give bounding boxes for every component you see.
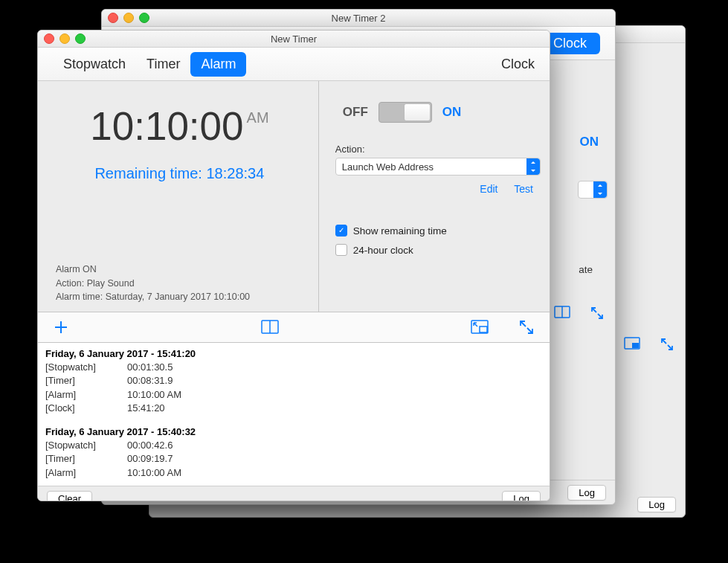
alarm-status-block: Alarm ON Action: Play Sound Alarm time: … <box>56 263 303 304</box>
alarm-toggle[interactable] <box>379 102 432 123</box>
log-tag: [Alarm] <box>45 388 127 402</box>
text-fragment: ate <box>579 264 593 275</box>
zoom-icon[interactable] <box>139 13 149 23</box>
toggle-on-label: ON <box>580 135 599 149</box>
log-value: 00:08:31.9 <box>127 374 173 387</box>
picture-in-picture-icon[interactable] <box>471 320 489 335</box>
log-tag: [Timer] <box>45 374 127 387</box>
status-on: Alarm ON <box>56 263 303 277</box>
log-row: [Timer]00:09:19.7 <box>45 452 542 466</box>
log-tag: [Stopwatch] <box>45 361 127 374</box>
chevron-updown-icon <box>593 181 607 198</box>
checkbox-show-remaining[interactable] <box>335 225 347 237</box>
action-select-value: Launch Web Address <box>342 161 434 173</box>
alarm-toggle-row: OFF ON <box>343 102 533 123</box>
svg-rect-1 <box>632 343 639 348</box>
remaining-time: Remaining time: 18:28:34 <box>56 165 303 182</box>
log-row: [Stopwatch]00:01:30.5 <box>45 361 542 374</box>
chevron-updown-icon <box>526 158 540 175</box>
add-icon[interactable] <box>53 319 69 335</box>
expand-icon[interactable] <box>660 337 674 352</box>
toggle-on-label: ON <box>442 105 462 120</box>
expand-icon[interactable] <box>590 306 605 321</box>
log-tag: [Stopwatch] <box>45 439 127 452</box>
icon-toolbar <box>38 312 550 343</box>
edit-link[interactable]: Edit <box>480 183 497 195</box>
status-time: Alarm time: Saturday, 7 January 2017 10:… <box>56 290 303 304</box>
window-timer-front: New Timer Stopwatch Timer Alarm Clock 10… <box>37 30 550 501</box>
clock-button[interactable]: Clock <box>501 57 535 72</box>
log-value: 10:10:00 AM <box>127 466 181 480</box>
split-icon[interactable] <box>554 306 570 321</box>
alarm-display-pane: 10:10:00AM Remaining time: 18:28:34 Alar… <box>38 81 319 312</box>
tab-alarm[interactable]: Alarm <box>190 52 246 77</box>
picture-in-picture-icon[interactable] <box>624 337 640 352</box>
log-row: [Stopwatch]00:00:42.6 <box>45 439 542 452</box>
tab-timer[interactable]: Timer <box>136 52 190 77</box>
alarm-ampm: AM <box>247 109 269 126</box>
log-tag: [Timer] <box>45 452 127 466</box>
action-links: Edit Test <box>335 183 533 195</box>
log-value: 15:41:20 <box>127 402 165 415</box>
show-remaining-label: Show remaining time <box>353 225 447 237</box>
log-button[interactable]: Log <box>502 491 541 502</box>
log-row: [Timer]00:08:31.9 <box>45 374 542 387</box>
main-content: 10:10:00AM Remaining time: 18:28:34 Alar… <box>38 81 550 312</box>
svg-rect-7 <box>480 326 487 332</box>
traffic-lights[interactable] <box>44 33 86 44</box>
alarm-settings-pane: OFF ON Action: Launch Web Address Edit T… <box>319 81 550 312</box>
checkbox-24h[interactable] <box>335 244 347 256</box>
test-link[interactable]: Test <box>514 183 533 195</box>
action-label: Action: <box>335 144 533 155</box>
close-icon[interactable] <box>44 33 54 44</box>
mode-tabs[interactable]: Stopwatch Timer Alarm <box>53 52 246 77</box>
log-row: [Alarm]10:10:00 AM <box>45 388 542 402</box>
window-title: New Timer 2 <box>332 13 386 24</box>
log-value: 00:09:19.7 <box>127 452 173 466</box>
log-value: 00:00:42.6 <box>127 439 173 452</box>
toggle-knob <box>404 103 431 121</box>
expand-icon[interactable] <box>518 319 535 335</box>
alarm-time-value: 10:10:00 <box>90 104 243 148</box>
status-action: Action: Play Sound <box>56 277 303 291</box>
window-title: New Timer <box>271 33 317 45</box>
log-value: 00:01:30.5 <box>127 361 173 374</box>
minimize-icon[interactable] <box>123 13 134 23</box>
log-group-heading: Friday, 6 January 2017 - 15:41:20 <box>45 347 542 361</box>
clock-24h-row[interactable]: 24-hour clock <box>335 244 533 256</box>
log-button[interactable]: Log <box>637 497 676 512</box>
close-icon[interactable] <box>108 13 118 23</box>
log-tag: [Alarm] <box>45 466 127 480</box>
log-row: [Clock]15:41:20 <box>45 402 542 415</box>
log-area[interactable]: Friday, 6 January 2017 - 15:41:20[Stopwa… <box>38 343 550 486</box>
tab-stopwatch[interactable]: Stopwatch <box>53 52 136 77</box>
toolbar: Stopwatch Timer Alarm Clock <box>38 48 550 81</box>
titlebar[interactable]: New Timer 2 <box>102 10 615 27</box>
log-group-heading: Friday, 6 January 2017 - 15:40:32 <box>45 425 542 439</box>
footer: Clear Log <box>38 486 550 501</box>
action-select[interactable]: Launch Web Address <box>335 158 541 176</box>
traffic-lights[interactable] <box>108 13 149 23</box>
log-button[interactable]: Log <box>567 485 606 501</box>
log-row: [Alarm]10:10:00 AM <box>45 466 542 480</box>
clear-button[interactable]: Clear <box>47 491 92 502</box>
toggle-off-label: OFF <box>343 105 368 120</box>
clock-24h-label: 24-hour clock <box>353 245 413 256</box>
show-remaining-row[interactable]: Show remaining time <box>335 225 533 237</box>
zoom-icon[interactable] <box>75 33 86 44</box>
split-view-icon[interactable] <box>261 320 279 335</box>
minimize-icon[interactable] <box>59 33 70 44</box>
action-select-fragment[interactable] <box>578 181 608 199</box>
alarm-time: 10:10:00AM <box>56 103 303 149</box>
log-value: 10:10:00 AM <box>127 388 181 402</box>
titlebar[interactable]: New Timer <box>38 30 550 48</box>
log-tag: [Clock] <box>45 402 127 415</box>
